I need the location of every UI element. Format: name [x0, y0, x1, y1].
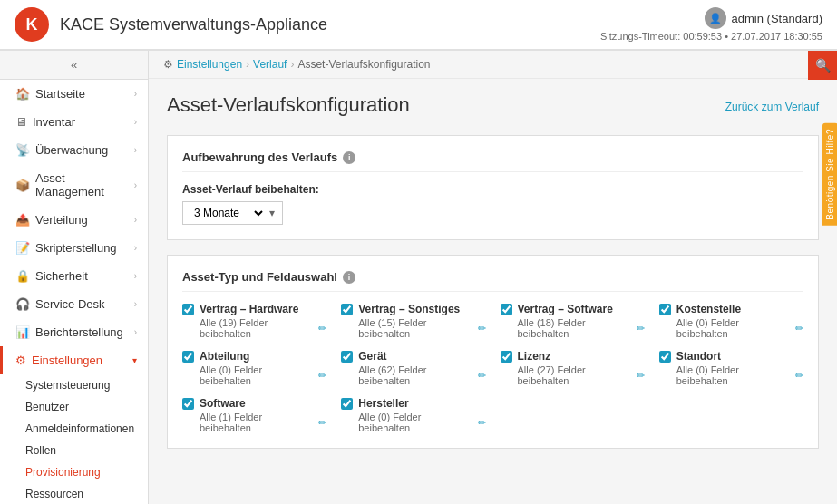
asset-checkbox[interactable]: [341, 351, 353, 363]
asset-checkbox[interactable]: [341, 304, 353, 315]
asset-detail-text: Alle (0) Felder beibehalten: [200, 364, 315, 386]
back-link[interactable]: Zurück zum Verlauf: [725, 101, 819, 113]
asset-item-name: Lizenz: [518, 350, 551, 363]
asset-item-header: Abteilung: [182, 350, 326, 363]
breadcrumb-gear-icon: ⚙: [163, 58, 173, 71]
sidebar-label-service-desk: Service Desk: [35, 297, 134, 311]
chevron-right-icon: ›: [134, 89, 137, 99]
sidebar-item-sicherheit[interactable]: 🔒 Sicherheit ›: [0, 262, 148, 290]
asset-item-header: Software: [182, 397, 326, 410]
asset-item-name: Vertrag – Sonstiges: [358, 303, 460, 315]
asset-item: Software Alle (1) Felder beibehalten ✏: [182, 397, 326, 433]
asset-detail-text: Alle (0) Felder beibehalten: [676, 364, 792, 386]
asset-item: Gerät Alle (62) Felder beibehalten ✏: [341, 350, 485, 386]
edit-icon[interactable]: ✏: [637, 370, 645, 382]
asset-item-name: Software: [200, 397, 246, 410]
sidebar-item-uberwachung[interactable]: 📡 Überwachung ›: [0, 136, 148, 164]
sidebar-subitem-benutzer[interactable]: Benutzer: [0, 396, 148, 418]
asset-detail-text: Alle (18) Felder beibehalten: [518, 317, 633, 339]
asset-checkbox[interactable]: [182, 398, 194, 410]
asset-checkbox[interactable]: [501, 351, 512, 363]
asset-item-header: Standort: [659, 350, 803, 363]
edit-icon[interactable]: ✏: [795, 323, 803, 334]
edit-icon[interactable]: ✏: [478, 370, 486, 382]
sidebar-item-verteilung[interactable]: 📤 Verteilung ›: [0, 206, 148, 234]
sidebar-item-einstellungen[interactable]: ⚙ Einstellungen ▾: [0, 346, 148, 374]
sidebar-label-sicherheit: Sicherheit: [35, 269, 134, 283]
asset-item-name: Abteilung: [200, 350, 249, 363]
sidebar-item-service-desk[interactable]: 🎧 Service Desk ›: [0, 290, 148, 318]
lock-icon: 🔒: [15, 269, 30, 283]
asset-item: Vertrag – Software Alle (18) Felder beib…: [501, 303, 645, 339]
asset-item-name: Standort: [676, 350, 721, 363]
sidebar-subitem-ressourcen[interactable]: Ressourcen: [0, 483, 148, 504]
sidebar-item-berichterstellung[interactable]: 📊 Berichterstellung ›: [0, 318, 148, 346]
sidebar-collapse-btn[interactable]: «: [0, 51, 148, 80]
sidebar-subitem-rollen[interactable]: Rollen: [0, 440, 148, 461]
breadcrumb-verlauf[interactable]: Verlauf: [253, 58, 287, 71]
section-retention-title-text: Aufbewahrung des Verlaufs: [182, 150, 337, 164]
sidebar-subitem-systemsteuerung[interactable]: Systemsteuerung: [0, 374, 148, 396]
monitor-signal-icon: 📡: [15, 143, 30, 157]
edit-icon[interactable]: ✏: [318, 323, 326, 334]
breadcrumb: ⚙ Einstellungen › Verlauf › Asset-Verlau…: [149, 51, 837, 79]
asset-item-detail: Alle (0) Felder beibehalten ✏: [200, 364, 326, 386]
edit-icon[interactable]: ✏: [637, 323, 645, 334]
edit-icon[interactable]: ✏: [478, 323, 486, 334]
edit-icon[interactable]: ✏: [795, 370, 803, 382]
chevron-right-icon: ›: [134, 299, 137, 309]
chevron-right-icon: ›: [134, 145, 137, 155]
asset-item-detail: Alle (15) Felder beibehalten ✏: [358, 317, 485, 339]
asset-item-name: Gerät: [358, 350, 386, 363]
asset-item-detail: Alle (62) Felder beibehalten ✏: [358, 364, 485, 386]
sidebar-subitem-anmeldeinformationen[interactable]: Anmeldeinformationen: [0, 418, 148, 440]
asset-item-name: Vertrag – Software: [518, 303, 613, 315]
script-icon: 📝: [15, 241, 30, 255]
edit-icon[interactable]: ✏: [478, 417, 486, 429]
breadcrumb-einstellungen[interactable]: Einstellungen: [177, 58, 242, 71]
sidebar-item-inventar[interactable]: 🖥 Inventar ›: [0, 108, 148, 136]
asset-item-name: Kostenstelle: [676, 303, 741, 315]
asset-detail-text: Alle (19) Felder beibehalten: [200, 317, 315, 339]
retention-dropdown[interactable]: 1 Monat 3 Monate 6 Monate 1 Jahr Unbegre…: [182, 201, 283, 225]
asset-item-detail: Alle (27) Felder beibehalten ✏: [518, 364, 645, 386]
asset-item: Abteilung Alle (0) Felder beibehalten ✏: [182, 350, 326, 386]
asset-item-header: Vertrag – Hardware: [182, 303, 326, 315]
sidebar-subitem-provisionierung[interactable]: Provisionierung: [0, 461, 148, 483]
chevron-right-icon: ›: [134, 215, 137, 225]
asset-item: Kostenstelle Alle (0) Felder beibehalten…: [659, 303, 803, 339]
asset-checkbox[interactable]: [341, 398, 353, 410]
section-asset-title: Asset-Typ und Feldauswahl i: [182, 270, 803, 292]
info-icon-asset[interactable]: i: [343, 271, 355, 284]
sidebar-item-startseite[interactable]: 🏠 Startseite ›: [0, 80, 148, 108]
dropdown-chevron-icon: ▾: [269, 207, 275, 219]
info-icon-retention[interactable]: i: [343, 151, 355, 164]
asset-item-detail: Alle (0) Felder beibehalten ✏: [358, 412, 485, 433]
sidebar-item-skripterstellung[interactable]: 📝 Skripterstellung ›: [0, 234, 148, 262]
asset-item-name: Vertrag – Hardware: [200, 303, 298, 315]
page-content: Asset-Verlaufskonfiguration Zurück zum V…: [149, 79, 837, 478]
sidebar-label-inventar: Inventar: [33, 115, 134, 129]
sidebar-item-asset-management[interactable]: 📦 Asset Management ›: [0, 164, 148, 206]
asset-checkbox[interactable]: [501, 304, 512, 315]
asset-detail-text: Alle (1) Felder beibehalten: [200, 412, 315, 433]
asset-checkbox[interactable]: [659, 304, 671, 315]
section-asset-types: Asset-Typ und Feldauswahl i Vertrag – Ha…: [167, 255, 819, 449]
retention-select[interactable]: 1 Monat 3 Monate 6 Monate 1 Jahr Unbegre…: [190, 206, 266, 220]
edit-icon[interactable]: ✏: [318, 370, 326, 382]
asset-item-detail: Alle (1) Felder beibehalten ✏: [200, 412, 326, 433]
sidebar-label-einstellungen: Einstellungen: [32, 354, 132, 367]
edit-icon[interactable]: ✏: [318, 417, 326, 429]
header-session: Sitzungs-Timeout: 00:59:53 • 27.07.2017 …: [600, 31, 822, 42]
page-title: Asset-Verlaufskonfiguration: [167, 93, 410, 117]
asset-checkbox[interactable]: [182, 304, 194, 315]
section-retention-title: Aufbewahrung des Verlaufs i: [182, 150, 803, 172]
asset-checkbox[interactable]: [659, 351, 671, 363]
asset-checkbox[interactable]: [182, 351, 194, 363]
search-button[interactable]: 🔍: [808, 51, 837, 80]
help-tab[interactable]: Benötigen Sie Hilfe?: [822, 123, 837, 226]
main-layout: « 🏠 Startseite › 🖥 Inventar › 📡 Überwach…: [0, 51, 837, 504]
chevron-right-icon: ›: [134, 327, 137, 337]
asset-item-header: Kostenstelle: [659, 303, 803, 315]
header-title: KACE Systemverwaltungs-Appliance: [60, 15, 327, 34]
